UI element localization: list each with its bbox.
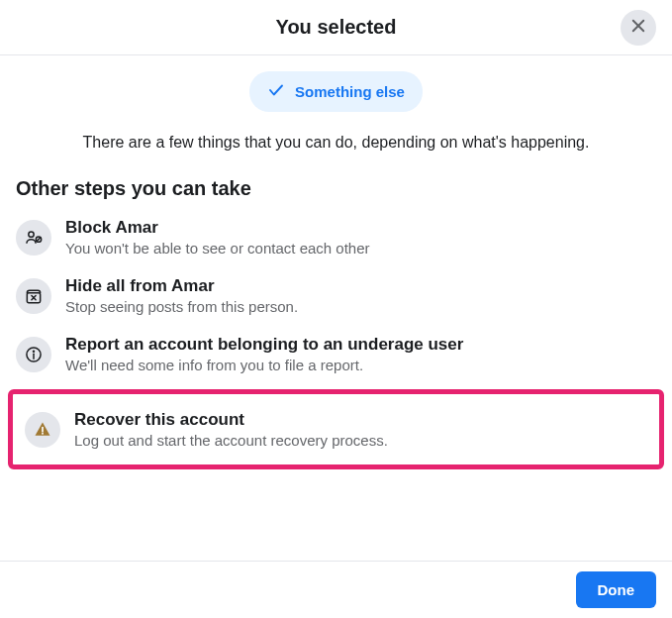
close-button[interactable] xyxy=(621,10,656,46)
chip-label: Something else xyxy=(295,83,405,100)
option-text: Block Amar You won't be able to see or c… xyxy=(65,218,656,257)
option-text: Recover this account Log out and start t… xyxy=(74,410,647,449)
warning-icon xyxy=(25,412,60,448)
svg-point-9 xyxy=(34,351,35,352)
option-subtitle: We'll need some info from you to file a … xyxy=(65,357,656,373)
option-block[interactable]: Block Amar You won't be able to see or c… xyxy=(0,208,672,266)
svg-line-4 xyxy=(37,238,41,242)
dialog-title: You selected xyxy=(276,16,397,39)
selected-reason-row: Something else xyxy=(0,55,672,124)
selected-reason-chip[interactable]: Something else xyxy=(249,71,423,112)
option-title: Report an account belonging to an undera… xyxy=(65,335,656,355)
option-subtitle: Stop seeing posts from this person. xyxy=(65,298,656,315)
option-report[interactable]: Report an account belonging to an undera… xyxy=(0,325,672,383)
highlighted-option: Recover this account Log out and start t… xyxy=(8,389,664,469)
option-recover[interactable]: Recover this account Log out and start t… xyxy=(17,400,655,459)
description-text: There are a few things that you can do, … xyxy=(0,124,672,177)
block-icon xyxy=(16,220,51,256)
svg-point-2 xyxy=(29,232,34,237)
hide-icon xyxy=(16,278,51,314)
section-title: Other steps you can take xyxy=(0,177,672,208)
close-icon xyxy=(629,17,647,38)
option-text: Report an account belonging to an undera… xyxy=(65,335,656,373)
option-text: Hide all from Amar Stop seeing posts fro… xyxy=(65,276,656,315)
info-icon xyxy=(16,337,51,372)
done-button[interactable]: Done xyxy=(576,571,657,608)
dialog-footer: Done xyxy=(0,561,672,618)
option-subtitle: You won't be able to see or contact each… xyxy=(65,240,656,257)
option-title: Recover this account xyxy=(74,410,647,430)
dialog-header: You selected xyxy=(0,0,672,55)
option-subtitle: Log out and start the account recovery p… xyxy=(74,432,647,449)
svg-point-12 xyxy=(42,433,44,435)
check-icon xyxy=(267,81,285,102)
option-title: Block Amar xyxy=(65,218,656,238)
option-title: Hide all from Amar xyxy=(65,276,656,296)
option-hide[interactable]: Hide all from Amar Stop seeing posts fro… xyxy=(0,266,672,325)
